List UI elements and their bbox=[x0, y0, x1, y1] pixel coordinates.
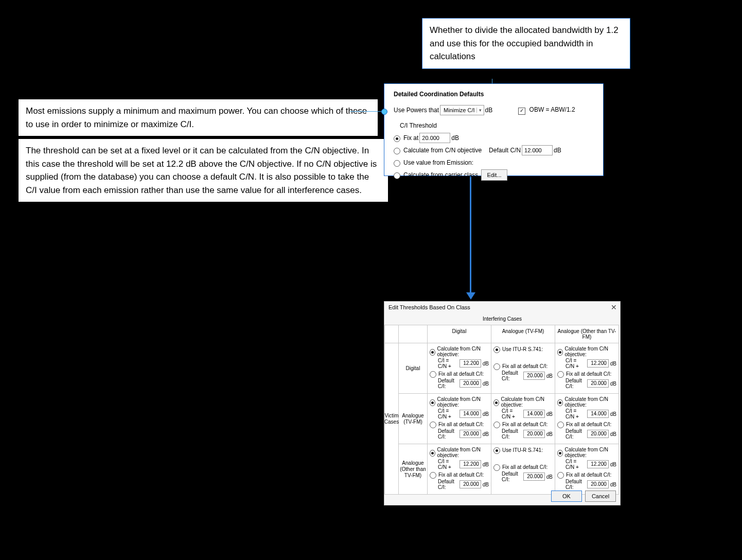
cell-tvfm-other: Calculate from C/N objective: C/I = C/N … bbox=[555, 394, 619, 444]
cell-digital-digital: Calculate from C/N objective: C/I = C/N … bbox=[428, 343, 491, 394]
row-header-tvfm: Analogue (TV-FM) bbox=[399, 394, 428, 444]
obw-checkbox[interactable]: ✓ bbox=[518, 108, 525, 115]
default-ci-input[interactable]: 20.000 bbox=[523, 472, 545, 481]
default-cn-unit: dB bbox=[554, 147, 561, 154]
ok-button[interactable]: OK bbox=[551, 491, 582, 502]
use-powers-select-value: Minimize C/I bbox=[440, 107, 476, 113]
radio-fix[interactable] bbox=[430, 371, 436, 378]
radio-fix[interactable] bbox=[557, 422, 564, 428]
victim-cases-heading: Victim Cases bbox=[384, 343, 399, 495]
radio-carrier-class-label: Calculate from carrier class bbox=[403, 171, 478, 179]
dialog-title: Edit Thresholds Based On Class bbox=[388, 304, 470, 310]
edit-button[interactable]: Edit... bbox=[481, 169, 507, 181]
radio-fix[interactable] bbox=[493, 464, 500, 471]
cn-offset-input[interactable]: 14.000 bbox=[523, 410, 545, 418]
cn-offset-input[interactable]: 14.000 bbox=[587, 410, 609, 418]
edit-thresholds-dialog: Edit Thresholds Based On Class ✕ Interfe… bbox=[384, 301, 621, 505]
callout-powers: Most emissions supply a minimum and maxi… bbox=[19, 99, 378, 136]
radio-calc[interactable] bbox=[430, 349, 435, 356]
fix-at-unit: dB bbox=[451, 134, 459, 142]
radio-fix[interactable] bbox=[430, 422, 436, 428]
default-ci-input[interactable]: 20.000 bbox=[460, 430, 481, 438]
radio-calc[interactable] bbox=[430, 450, 435, 457]
default-cn-input[interactable]: 12.000 bbox=[522, 145, 553, 155]
radio-calc-cn[interactable] bbox=[394, 148, 400, 154]
use-powers-unit: dB bbox=[485, 107, 493, 114]
radio-itu[interactable] bbox=[493, 346, 500, 353]
fix-at-value-input[interactable]: 20.000 bbox=[419, 133, 450, 143]
radio-fix-at[interactable] bbox=[394, 135, 400, 142]
radio-calc[interactable] bbox=[557, 349, 563, 356]
cn-offset-input[interactable]: 12.200 bbox=[587, 460, 609, 468]
cell-tvfm-tvfm: Calculate from C/N objective: C/I = C/N … bbox=[491, 394, 555, 444]
obw-label: OBW = ABW/1.2 bbox=[529, 106, 575, 113]
cn-offset-input[interactable]: 12.200 bbox=[587, 359, 609, 367]
cn-offset-input[interactable]: 14.000 bbox=[460, 410, 481, 418]
default-ci-input[interactable]: 20.000 bbox=[587, 480, 609, 488]
connector-dot bbox=[381, 109, 387, 115]
radio-calc[interactable] bbox=[557, 450, 563, 457]
radio-emission-label: Use value from Emission: bbox=[403, 159, 473, 166]
radio-itu[interactable] bbox=[493, 447, 500, 454]
radio-calc[interactable] bbox=[557, 399, 563, 406]
close-icon[interactable]: ✕ bbox=[611, 303, 617, 311]
cell-other-other: Calculate from C/N objective: C/I = C/N … bbox=[555, 444, 619, 495]
connector-arrow-line bbox=[470, 175, 471, 293]
radio-fix[interactable] bbox=[493, 363, 500, 370]
row-header-other: Analogue (Other than TV-FM) bbox=[399, 444, 428, 495]
panel1-title: Detailed Coordination Defaults bbox=[394, 91, 603, 98]
radio-carrier-class[interactable] bbox=[394, 172, 400, 179]
threshold-matrix: Digital Analogue (TV-FM) Analogue (Other… bbox=[384, 325, 619, 495]
radio-calc[interactable] bbox=[430, 399, 435, 406]
connector-arrow-head bbox=[466, 292, 475, 300]
cell-digital-other: Calculate from C/N objective: C/I = C/N … bbox=[555, 343, 619, 394]
radio-fix[interactable] bbox=[493, 422, 500, 428]
radio-fix[interactable] bbox=[557, 472, 564, 479]
default-ci-input[interactable]: 20.000 bbox=[523, 372, 545, 380]
cell-tvfm-digital: Calculate from C/N objective: C/I = C/N … bbox=[428, 394, 491, 444]
radio-fix[interactable] bbox=[557, 371, 564, 378]
radio-fix-at-label: Fix at bbox=[403, 134, 418, 142]
callout-threshold: The threshold can be set at a fixed leve… bbox=[19, 139, 388, 202]
col-header-other: Analogue (Other than TV-FM) bbox=[555, 325, 619, 343]
detailed-coord-panel: Detailed Coordination Defaults Use Power… bbox=[384, 83, 604, 176]
radio-calc-cn-label: Calculate from C/N objective bbox=[403, 147, 482, 154]
default-ci-input[interactable]: 20.000 bbox=[523, 430, 545, 438]
radio-fix[interactable] bbox=[430, 472, 436, 479]
row-header-digital: Digital bbox=[399, 343, 428, 394]
default-ci-input[interactable]: 20.000 bbox=[460, 379, 481, 388]
cell-other-digital: Calculate from C/N objective: C/I = C/N … bbox=[428, 444, 491, 495]
default-ci-input[interactable]: 20.000 bbox=[587, 430, 609, 438]
default-ci-input[interactable]: 20.000 bbox=[587, 379, 609, 388]
cell-other-tvfm: Use ITU-R S.741: Fix all at default C/I:… bbox=[491, 444, 555, 495]
callout-obw: Whether to divide the allocated bandwidt… bbox=[422, 18, 630, 69]
cancel-button[interactable]: Cancel bbox=[585, 491, 616, 502]
radio-emission[interactable] bbox=[394, 160, 400, 167]
use-powers-label: Use Powers that bbox=[394, 107, 439, 114]
cn-offset-input[interactable]: 12.200 bbox=[460, 359, 481, 367]
ci-threshold-label: C/I Threshold bbox=[400, 122, 437, 129]
default-cn-label: Default C/N bbox=[489, 147, 521, 154]
col-header-digital: Digital bbox=[428, 325, 491, 343]
chevron-down-icon: ▾ bbox=[476, 108, 484, 113]
default-ci-input[interactable]: 20.000 bbox=[460, 480, 481, 488]
cn-offset-input[interactable]: 12.200 bbox=[460, 460, 481, 468]
interfering-cases-heading: Interfering Cases bbox=[384, 313, 620, 325]
use-powers-select[interactable]: Minimize C/I ▾ bbox=[440, 105, 484, 115]
radio-calc[interactable] bbox=[493, 399, 499, 406]
cell-digital-tvfm: Use ITU-R S.741: Fix all at default C/I:… bbox=[491, 343, 555, 394]
col-header-tvfm: Analogue (TV-FM) bbox=[491, 325, 555, 343]
